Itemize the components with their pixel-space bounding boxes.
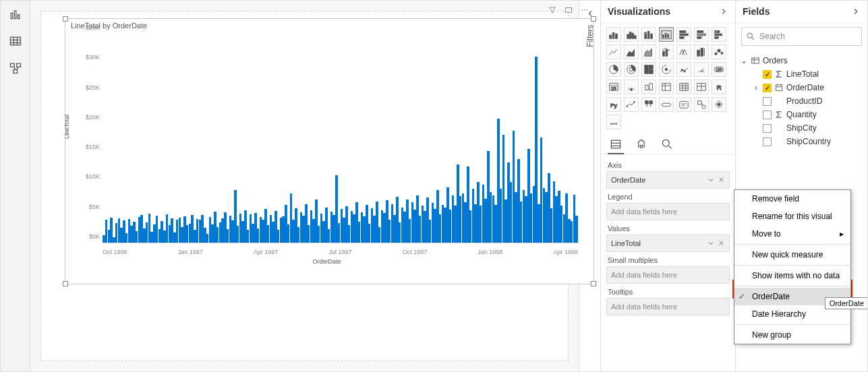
viz-type-icon[interactable] [606, 62, 621, 77]
svg-point-82 [627, 106, 628, 107]
y-tick: $25K [86, 84, 100, 91]
chevron-down-icon[interactable] [707, 176, 715, 184]
axis-field-pill[interactable]: OrderDate [606, 171, 730, 189]
cm-rename[interactable]: Rename for this visual [734, 208, 850, 225]
field-checkbox[interactable]: ✓ [763, 84, 772, 92]
viz-type-icon[interactable] [712, 97, 726, 112]
legend-well-placeholder[interactable]: Add data fields here [606, 203, 730, 220]
viz-type-icon[interactable] [659, 27, 674, 42]
viz-type-icon[interactable] [606, 115, 621, 129]
resize-handle-bottom-right[interactable] [591, 281, 596, 286]
viz-type-icon[interactable] [606, 44, 621, 59]
field-node[interactable]: ShipCity [751, 121, 865, 135]
data-view-icon[interactable] [9, 34, 22, 48]
viz-type-icon[interactable] [624, 62, 639, 77]
resize-handle-bottom-left[interactable] [63, 281, 68, 286]
cm-new-group[interactable]: New group [734, 326, 850, 344]
resize-handle-top-right[interactable] [591, 16, 596, 22]
viz-type-icon[interactable] [659, 97, 674, 112]
svg-rect-54 [649, 65, 653, 69]
viz-type-icon[interactable] [694, 62, 709, 77]
viz-type-icon[interactable] [624, 44, 639, 59]
viz-type-icon[interactable]: 123 [606, 80, 621, 94]
svg-rect-40 [715, 34, 722, 36]
values-field-pill[interactable]: LineTotal [606, 235, 730, 252]
viz-type-icon[interactable] [659, 80, 674, 94]
cm-show-items-no-data[interactable]: Show items with no data [734, 267, 850, 284]
viz-type-icon[interactable] [659, 44, 674, 59]
viz-type-icon[interactable] [641, 44, 656, 59]
viz-type-icon[interactable]: Py [606, 97, 621, 112]
svg-point-47 [715, 53, 718, 55]
chevron-right-icon[interactable]: › [752, 83, 760, 92]
field-node[interactable]: ProductID [751, 94, 865, 108]
filters-label: Filters [585, 25, 595, 47]
field-checkbox[interactable] [763, 137, 772, 146]
viz-type-icon[interactable] [624, 97, 639, 112]
viz-type-icon[interactable] [676, 62, 691, 77]
remove-field-icon[interactable] [718, 176, 725, 183]
chart-bar[interactable] [575, 216, 577, 243]
analytics-tab-icon[interactable] [660, 137, 674, 151]
column-chart-visual[interactable]: LineTotal by OrderDate LineTotal $0K$5K$… [65, 18, 594, 284]
cm-new-quick-measure[interactable]: New quick measure [734, 246, 850, 264]
tooltips-well-placeholder[interactable]: Add data fields here [606, 298, 730, 315]
fields-search-input[interactable]: Search [741, 27, 862, 46]
viz-type-icon[interactable] [676, 44, 691, 59]
viz-type-icon[interactable] [694, 27, 709, 42]
tooltip-orderdate: OrderDate [825, 297, 868, 309]
model-view-icon[interactable] [9, 61, 22, 75]
viz-type-icon[interactable] [624, 80, 639, 94]
more-options-icon[interactable] [580, 5, 589, 15]
viz-type-icon[interactable]: R [712, 80, 726, 94]
tooltips-well-label: Tooltips [608, 288, 730, 296]
canvas-page[interactable]: LineTotal by OrderDate LineTotal $0K$5K$… [40, 11, 569, 361]
report-canvas[interactable]: LineTotal by OrderDate LineTotal $0K$5K$… [30, 1, 579, 371]
viz-type-icon[interactable] [712, 44, 726, 59]
field-checkbox[interactable] [763, 97, 772, 106]
viz-type-icon[interactable] [694, 44, 709, 59]
small-multiples-well-placeholder[interactable]: Add data fields here [606, 266, 730, 284]
format-tab-icon[interactable] [635, 137, 648, 151]
svg-rect-8 [10, 63, 14, 67]
viz-type-icon[interactable] [641, 80, 656, 94]
y-axis-label: LineTotal [63, 114, 70, 138]
svg-rect-19 [616, 34, 618, 38]
field-node[interactable]: ✓LineTotal [751, 67, 865, 81]
svg-rect-22 [632, 33, 634, 38]
cm-remove-field[interactable]: Remove field [734, 190, 850, 208]
table-node-orders[interactable]: ⌄ Orders [739, 54, 865, 67]
viz-type-icon[interactable] [641, 62, 656, 77]
collapse-chevron-icon[interactable] [851, 7, 861, 16]
remove-field-icon[interactable] [718, 239, 725, 247]
viz-type-icon[interactable] [641, 27, 656, 42]
chevron-down-icon[interactable] [707, 239, 715, 247]
field-node[interactable]: ›✓OrderDate [751, 81, 865, 94]
field-checkbox[interactable]: ✓ [763, 70, 772, 79]
filter-icon[interactable] [548, 5, 557, 15]
viz-type-icon[interactable] [676, 97, 691, 112]
viz-type-icon[interactable] [694, 97, 709, 112]
field-node[interactable]: ShipCountry [751, 135, 865, 148]
fields-tab-icon[interactable] [609, 137, 623, 151]
svg-line-11 [14, 67, 15, 69]
viz-type-icon[interactable] [694, 80, 709, 94]
x-tick: Jan 1997 [178, 249, 203, 255]
viz-type-icon[interactable] [641, 97, 656, 112]
svg-text:123: 123 [611, 87, 616, 90]
viz-type-icon[interactable]: 123 [712, 62, 726, 77]
viz-type-icon[interactable] [676, 27, 691, 42]
field-node[interactable]: Quantity [751, 108, 865, 121]
resize-handle-top-left[interactable] [63, 16, 68, 22]
viz-type-icon[interactable] [676, 80, 691, 94]
field-checkbox[interactable] [763, 124, 772, 133]
report-view-icon[interactable] [9, 7, 22, 21]
viz-type-icon[interactable] [659, 62, 674, 77]
cm-move-to[interactable]: Move to▸ [734, 225, 850, 243]
collapse-chevron-icon[interactable] [719, 7, 728, 16]
field-checkbox[interactable] [763, 111, 772, 119]
viz-type-icon[interactable] [712, 27, 726, 42]
focus-mode-icon[interactable] [564, 5, 573, 15]
viz-type-icon[interactable] [624, 27, 639, 42]
viz-type-icon[interactable] [606, 27, 621, 42]
